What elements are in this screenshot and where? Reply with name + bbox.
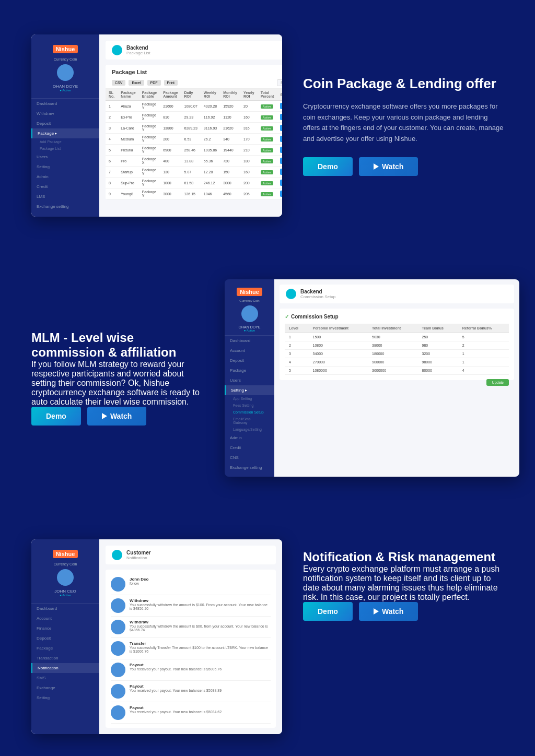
notification-demo-button[interactable]: Demo — [303, 602, 353, 621]
mlm-nav-fees: Fees Setting — [225, 402, 274, 409]
mlm-buttons: Demo Watch — [31, 407, 209, 426]
edit-button[interactable] — [280, 136, 282, 142]
mock-logo: Nishue — [53, 45, 78, 53]
mlm-nav-setting: Setting ▸ — [225, 385, 274, 395]
mlm-nav-account: Account — [225, 346, 274, 356]
notif-sidebar: Nishue Currency Coin JOHN CEO ● Active D… — [31, 539, 99, 734]
notif-item-text: You received your payout. Your new balan… — [130, 667, 222, 671]
mock-table: SL No. Package Name Package Enable Packa… — [106, 89, 282, 199]
mock-username: OHAN DOYE — [37, 84, 94, 89]
notif-nav-transaction: Transaction — [31, 653, 99, 663]
notif-username: JOHN CEO — [37, 589, 94, 594]
avatar — [111, 598, 125, 613]
table-row: 4270000900000980001 — [285, 358, 509, 367]
table-row: 210800380009802 — [285, 341, 509, 350]
mock-table-title: Package List — [106, 65, 282, 77]
edit-button[interactable] — [280, 103, 282, 109]
notif-item-name: Payout — [130, 663, 222, 667]
mock-nav-lms: LMS — [31, 192, 99, 202]
coin-watch-label: Watch — [382, 162, 403, 171]
table-row: 3La-CarePackage Y138006289.233116.932162… — [106, 123, 282, 134]
coin-package-demo-button[interactable]: Demo — [303, 157, 353, 176]
edit-button[interactable] — [280, 125, 282, 131]
mlm-nav-commission: Commission Setup — [225, 409, 274, 416]
mlm-demo-button[interactable]: Demo — [31, 407, 81, 426]
list-item: TransferYou successfully Transfer The am… — [111, 638, 271, 659]
notif-item-name: Withdraw — [130, 620, 271, 624]
notif-item-text: You successfully Transfer The amount $10… — [130, 646, 271, 653]
notif-item-text: You successfully withdrew the amount is … — [130, 624, 271, 632]
notification-mock: Nishue Currency Coin JOHN CEO ● Active D… — [31, 539, 282, 734]
notif-avatar — [57, 569, 74, 586]
mock-header-sub: Package List — [126, 51, 150, 55]
notif-watch-label: Watch — [382, 607, 403, 616]
mlm-nav-cns: CNS — [225, 453, 274, 463]
mlm-update-button[interactable]: Update — [486, 379, 509, 386]
list-item: PayoutYou received your payout. Your new… — [111, 659, 271, 681]
coin-package-watch-button[interactable]: Watch — [359, 157, 418, 176]
notif-main: Customer Notification John DeofollowWith… — [99, 539, 282, 734]
notif-nav-dashboard: Dashboard — [31, 604, 99, 613]
mock-btn-print: Print — [164, 80, 178, 86]
notification-watch-button[interactable]: Watch — [359, 602, 418, 621]
mlm-content: MLM - Level wise commission & affiliatio… — [31, 330, 209, 426]
notif-nav-notification: Notification — [31, 663, 99, 673]
mlm-nav-package: Package — [225, 365, 274, 375]
mock-btn-pdf: PDF — [147, 80, 161, 86]
mock-header: Backend Package List — [106, 41, 282, 60]
play-icon-notif — [374, 608, 379, 615]
table-row: 5PicturiaPackage Y6900258.461035.8619440… — [106, 145, 282, 156]
mlm-screenshot: Nishue Currency Coin OHAN DOYE ● Active … — [225, 279, 519, 477]
avatar — [111, 705, 125, 720]
table-row: 7StartupPackage Y1305.0712.28150160Activ… — [106, 167, 282, 178]
coin-package-section: Nishue Currency Coin OHAN DOYE ● Active … — [0, 3, 535, 248]
coin-package-description: Cryptocurrency exchange software offers … — [303, 101, 504, 145]
mlm-commission-title: ✓ Commission Setup — [285, 314, 509, 320]
mlm-watch-label: Watch — [110, 412, 132, 420]
notif-nav-deposit: Deposit — [31, 633, 99, 643]
mock-sidebar-coin: Nishue Currency Coin OHAN DOYE ● Active … — [31, 34, 99, 217]
avatar — [111, 641, 125, 656]
notif-item-text: You received your payout. Your new balan… — [130, 710, 222, 714]
mock-nav-exchange: Exchange setting — [31, 202, 99, 211]
mlm-panel-main: Backend Commission Setup ✓ Commission Se… — [274, 279, 519, 477]
avatar — [111, 577, 125, 592]
notification-screenshot: Nishue Currency Coin JOHN CEO ● Active D… — [31, 539, 282, 734]
mlm-nav-exchange: Exchange setting — [225, 463, 274, 473]
mock-nav-withdraw: Withdraw — [31, 109, 99, 119]
edit-button[interactable] — [280, 158, 282, 164]
edit-button[interactable] — [280, 114, 282, 120]
play-icon-mlm — [102, 413, 107, 419]
mlm-double-panel: Nishue Currency Coin OHAN DOYE ● Active … — [225, 279, 519, 477]
edit-button[interactable] — [280, 147, 282, 153]
table-row: 9Young8Package Y3000126.1510464560205Act… — [106, 188, 282, 199]
coin-package-content: Coin Package & Lending offer Cryptocurre… — [303, 75, 504, 176]
notif-items-container: John DeofollowWithdrawYou successfully w… — [106, 570, 276, 728]
mlm-nav-credit: Credit — [225, 443, 274, 453]
edit-button[interactable] — [280, 169, 282, 175]
play-icon-coin — [374, 163, 379, 170]
edit-button[interactable] — [280, 191, 282, 197]
list-item: PayoutYou received your payout. Your new… — [111, 681, 271, 702]
notif-nav-package: Package — [31, 643, 99, 653]
mlm-panel-header: Backend Commission Setup — [280, 285, 514, 303]
mock-search[interactable] — [277, 79, 282, 86]
mock-nav-credit: Credit — [31, 182, 99, 192]
mlm-nav-admin: Admin — [225, 433, 274, 443]
mlm-header-title: Backend — [300, 289, 335, 294]
list-item: PayoutYou received your payout. Your new… — [111, 702, 271, 724]
table-row: 1AkuzaPackage Y216001080.074320.28159202… — [106, 101, 282, 112]
mock-header-title: Backend — [126, 45, 150, 51]
notif-items-list: John DeofollowWithdrawYou successfully w… — [111, 574, 271, 724]
list-item: WithdrawYou successfully withdrew the am… — [111, 617, 271, 638]
mlm-nav-users: Users — [225, 375, 274, 385]
table-row: 4MediumPackage Y2006.5326.2340170Active — [106, 134, 282, 145]
mlm-watch-button[interactable]: Watch — [87, 407, 146, 426]
notif-nav-sms: SMS — [31, 673, 99, 683]
avatar — [111, 620, 125, 634]
mlm-header-sub: Commission Setup — [300, 294, 335, 299]
edit-button[interactable] — [280, 180, 282, 186]
mock-btn-excel: Excel — [129, 80, 144, 86]
notif-header: Customer Notification — [106, 546, 276, 564]
mlm-header-icon — [286, 289, 296, 299]
